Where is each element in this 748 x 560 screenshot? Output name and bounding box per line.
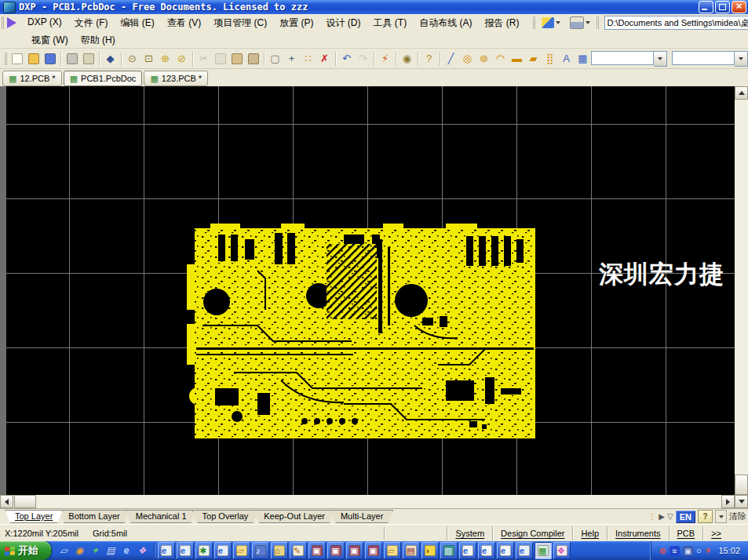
place-line[interactable]: ╱	[443, 51, 459, 67]
taskbar-item-hardhat[interactable]: ◗	[421, 542, 439, 559]
menu-project[interactable]: 项目管理 (C)	[207, 14, 273, 32]
horizontal-scroll-thumb[interactable]	[14, 495, 36, 508]
redo[interactable]: ↷	[355, 51, 371, 67]
taskbar-item-ie-4[interactable]: e	[516, 542, 533, 559]
panel-more[interactable]: >>	[702, 526, 729, 540]
minimize-button[interactable]	[699, 1, 713, 13]
taskbar-item-recycle[interactable]: ✱	[195, 542, 213, 559]
menu-file[interactable]: 文件 (F)	[68, 14, 115, 32]
find-similar[interactable]: ◉	[399, 51, 415, 67]
layer-tab-bottom-layer[interactable]: Bottom Layer	[58, 510, 130, 523]
print[interactable]	[64, 51, 80, 67]
layer-tab-top-layer[interactable]: Top Layer	[5, 510, 63, 523]
select-area[interactable]: ▢	[267, 51, 283, 67]
paste[interactable]	[228, 51, 245, 67]
place-arc[interactable]: ◠	[492, 51, 509, 67]
layer-tab-top-overlay[interactable]: Top Overlay	[192, 510, 259, 523]
tray-volume[interactable]: ≈	[670, 546, 680, 556]
taskbar-item-ie-doc-1[interactable]: e	[459, 542, 476, 559]
tray-network[interactable]: ▣	[683, 546, 693, 556]
ql-internet-explorer[interactable]: e	[119, 544, 133, 558]
doc-tab-pcb1-pcbdoc[interactable]: ▦PCB1.PcbDoc	[64, 71, 143, 86]
fit-document[interactable]: ⊙	[124, 51, 140, 67]
horizontal-scrollbar[interactable]	[0, 495, 735, 508]
language-indicator[interactable]: EN	[676, 511, 695, 523]
menu-view[interactable]: 查看 (V)	[161, 14, 207, 32]
layer-tab-mechanical-1[interactable]: Mechanical 1	[126, 510, 197, 523]
place-component[interactable]: ▦	[575, 51, 591, 67]
paste-array[interactable]	[245, 51, 261, 67]
scroll-right-button[interactable]	[721, 495, 735, 508]
move-selection[interactable]: +	[283, 51, 300, 67]
menu-reports[interactable]: 报告 (R)	[478, 14, 525, 32]
place-via[interactable]: ⊚	[476, 51, 492, 67]
ql-keyboard[interactable]: ▤	[104, 544, 118, 558]
menu-dxp[interactable]: DXP (X)	[21, 14, 68, 32]
menu-place[interactable]: 放置 (P)	[273, 14, 319, 32]
copy[interactable]	[212, 51, 228, 67]
taskbar-item-pcb-active[interactable]: ▦	[535, 542, 552, 559]
taskbar-item-ie-2[interactable]: e	[177, 542, 194, 559]
place-array[interactable]: ⣿	[542, 51, 558, 67]
ime-help-button[interactable]: ?	[698, 510, 713, 523]
print-preview[interactable]	[80, 51, 97, 67]
taskbar-item-notebook[interactable]: ▥	[440, 542, 458, 559]
panel-pcb[interactable]: PCB	[669, 526, 703, 540]
browse-layers[interactable]: ◆	[102, 51, 119, 67]
ql-media-player[interactable]: ◉	[72, 544, 86, 558]
panel-system[interactable]: System	[447, 526, 492, 540]
tray-bulb[interactable]: ○	[696, 546, 702, 555]
net-combo-dropdown[interactable]	[735, 51, 748, 67]
restore-button[interactable]	[715, 1, 730, 13]
doc-tab-123-pcb[interactable]: ▦123.PCB *	[144, 71, 208, 86]
report-tool-dropdown[interactable]	[567, 15, 593, 31]
panel-instruments[interactable]: Instruments	[607, 526, 668, 540]
deselect-all[interactable]: ∷	[300, 51, 316, 67]
place-string[interactable]: A	[558, 51, 575, 67]
help[interactable]: ?	[421, 51, 437, 67]
panel-help[interactable]: Help	[572, 526, 607, 540]
menu-help[interactable]: 帮助 (H)	[75, 31, 122, 49]
close-button[interactable]	[732, 1, 746, 13]
zoom-area[interactable]: ⊡	[140, 51, 157, 67]
taskbar-item-folder-up[interactable]: ⌂	[271, 542, 288, 559]
layer-tab-keep-out-layer[interactable]: Keep-Out Layer	[254, 510, 335, 523]
scroll-up-button[interactable]	[735, 86, 748, 100]
cut[interactable]: ✂	[195, 51, 212, 67]
component-combo-dropdown[interactable]	[654, 51, 667, 67]
open-document[interactable]	[25, 51, 42, 67]
taskbar-item-paint[interactable]: ✎	[290, 542, 307, 559]
taskbar-item-confetti[interactable]: ❖	[553, 542, 571, 559]
panel-design-compiler[interactable]: Design Compiler	[492, 526, 572, 540]
place-pad[interactable]: ◎	[459, 51, 476, 67]
menu-autoroute[interactable]: 自动布线 (A)	[413, 14, 478, 32]
ime-clear-label[interactable]: 清除	[729, 511, 746, 522]
pcb-canvas[interactable]: 深圳宏力捷	[6, 86, 735, 495]
ql-show-desktop[interactable]: ▱	[57, 544, 71, 558]
taskbar-item-books[interactable]: ▤	[403, 542, 420, 559]
doc-tab-12-pcb[interactable]: ▦12.PCB *	[2, 71, 62, 86]
scroll-left-button[interactable]	[0, 495, 13, 508]
taskbar-item-app-2[interactable]: ▣	[327, 542, 345, 559]
taskbar-item-ie-1[interactable]: e	[158, 542, 175, 559]
undo[interactable]: ↶	[338, 51, 355, 67]
filter-toggle[interactable]: ▽	[667, 512, 673, 521]
taskbar-item-notes[interactable]: ♪	[252, 542, 269, 559]
taskbar-item-folder-1[interactable]: ▱	[233, 542, 250, 559]
taskbar-item-app-4[interactable]: ▣	[365, 542, 382, 559]
net-combo[interactable]	[672, 51, 748, 67]
menu-window[interactable]: 视窗 (W)	[25, 31, 75, 49]
zoom-selected[interactable]: ⊕	[157, 51, 173, 67]
measure-tool-dropdown[interactable]	[538, 16, 564, 30]
taskbar-item-ie-doc-2[interactable]: e	[478, 542, 495, 559]
interactive-routing[interactable]: ⚡	[377, 51, 393, 67]
mask-level[interactable]: ▶	[659, 512, 665, 521]
tray-alarm[interactable]: ☀	[705, 546, 713, 556]
clear-filter[interactable]: ✗	[316, 51, 333, 67]
new-document[interactable]	[9, 51, 25, 67]
vertical-scrollbar[interactable]	[735, 86, 748, 508]
menu-edit[interactable]: 编辑 (E)	[114, 14, 160, 32]
scroll-down-button[interactable]	[735, 495, 748, 508]
ql-messenger[interactable]: ✦	[88, 544, 102, 558]
ql-windows-media[interactable]: ❖	[135, 544, 149, 558]
